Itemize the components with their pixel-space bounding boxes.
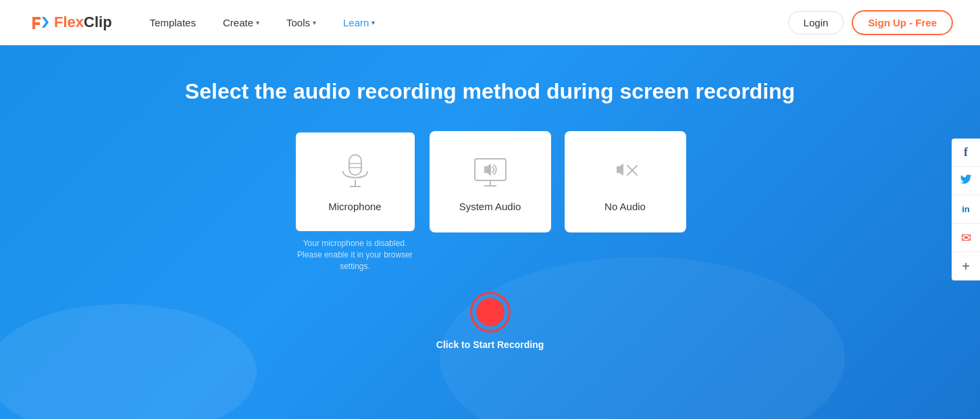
social-linkedin[interactable]: in: [952, 195, 980, 224]
facebook-icon: f: [964, 145, 968, 159]
nav-templates[interactable]: Templates: [139, 11, 207, 34]
svg-rect-1: [349, 155, 361, 175]
linkedin-icon: in: [962, 204, 970, 214]
no-audio-label: No Audio: [604, 201, 646, 212]
system-audio-icon: [470, 152, 511, 193]
navbar: FlexClip Templates Create ▾ Tools ▾ Lear…: [0, 0, 980, 45]
audio-options: Microphone Your microphone is disabled. …: [294, 131, 686, 272]
more-icon: +: [962, 259, 970, 274]
record-button-inner: [476, 298, 505, 326]
record-label: Click to Start Recording: [436, 339, 544, 350]
social-sidebar: f in ✉ +: [952, 139, 980, 280]
svg-marker-10: [487, 164, 491, 176]
bg-decoration-1: [0, 304, 257, 419]
chevron-down-icon: ▾: [313, 19, 316, 26]
nav-tools[interactable]: Tools ▾: [276, 11, 327, 34]
chevron-down-icon: ▾: [256, 19, 259, 26]
social-twitter[interactable]: [952, 167, 980, 195]
login-button[interactable]: Login: [788, 11, 844, 34]
svg-marker-11: [617, 166, 619, 173]
twitter-icon: [960, 173, 972, 189]
system-audio-label: System Audio: [459, 201, 521, 212]
microphone-label: Microphone: [328, 201, 381, 212]
signup-button[interactable]: Sign Up - Free: [852, 10, 953, 35]
nav-actions: Login Sign Up - Free: [788, 10, 953, 35]
svg-marker-9: [484, 166, 487, 173]
chevron-down-icon: ▾: [371, 19, 375, 26]
social-more[interactable]: +: [952, 252, 980, 280]
nav-create[interactable]: Create ▾: [212, 11, 270, 34]
start-recording-button[interactable]: [470, 292, 511, 332]
social-email[interactable]: ✉: [952, 224, 980, 252]
main-content: Select the audio recording method during…: [0, 45, 980, 419]
microphone-option-wrapper: Microphone Your microphone is disabled. …: [294, 131, 416, 272]
microphone-card[interactable]: Microphone: [294, 131, 416, 232]
nav-learn[interactable]: Learn ▾: [332, 11, 386, 34]
microphone-disabled-note: Your microphone is disabled. Please enab…: [294, 238, 416, 272]
page-title: Select the audio recording method during…: [185, 79, 795, 104]
email-icon: ✉: [961, 230, 971, 245]
logo-text: FlexClip: [54, 14, 112, 31]
nav-links: Templates Create ▾ Tools ▾ Learn ▾: [139, 11, 788, 34]
svg-marker-12: [619, 164, 623, 176]
record-section: Click to Start Recording: [436, 292, 544, 350]
logo[interactable]: FlexClip: [27, 10, 112, 34]
no-audio-card[interactable]: No Audio: [565, 131, 686, 232]
system-audio-card[interactable]: System Audio: [430, 131, 551, 232]
no-audio-icon: [605, 152, 646, 193]
social-facebook[interactable]: f: [952, 139, 980, 167]
microphone-icon: [335, 152, 376, 193]
